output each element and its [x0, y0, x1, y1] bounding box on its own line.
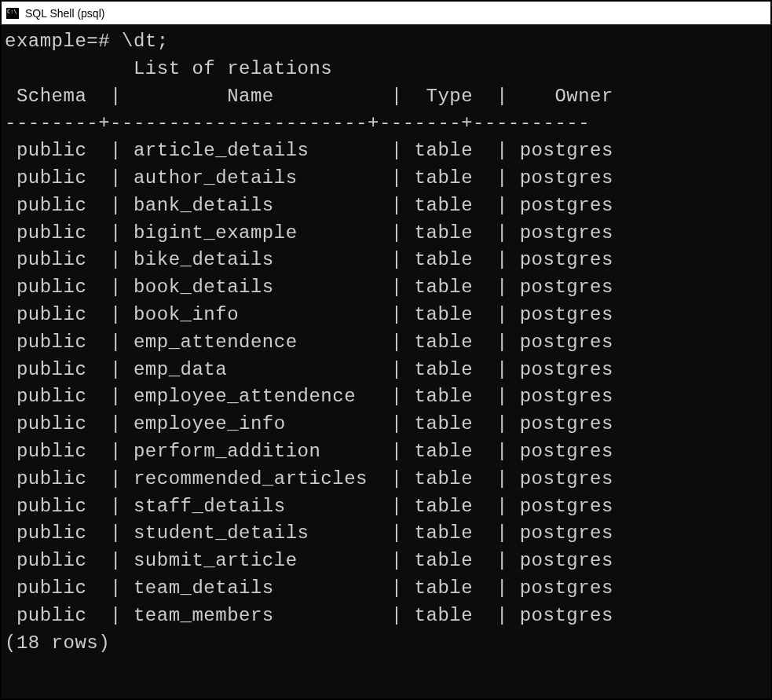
table-row: public | bank_details | table | postgres [5, 192, 767, 220]
table-row: public | bigint_example | table | postgr… [5, 220, 767, 247]
row-count: (18 rows) [5, 630, 767, 658]
table-row: public | student_details | table | postg… [5, 520, 767, 548]
table-row: public | submit_article | table | postgr… [5, 548, 767, 575]
table-row: public | emp_attendence | table | postgr… [5, 329, 767, 357]
terminal-output[interactable]: example=# \dt; List of relations Schema … [2, 25, 770, 698]
table-row: public | bike_details | table | postgres [5, 247, 767, 274]
table-separator: --------+----------------------+-------+… [5, 110, 767, 137]
table-row: public | team_details | table | postgres [5, 575, 767, 603]
table-row: public | perform_addition | table | post… [5, 438, 767, 466]
table-row: public | book_info | table | postgres [5, 302, 767, 329]
table-row: public | article_details | table | postg… [5, 137, 767, 165]
table-row: public | emp_data | table | postgres [5, 357, 767, 384]
list-title: List of relations [5, 56, 767, 83]
table-row: public | team_members | table | postgres [5, 603, 767, 630]
table-row: public | staff_details | table | postgre… [5, 493, 767, 521]
titlebar: SQL Shell (psql) [2, 2, 770, 25]
table-row: public | book_details | table | postgres [5, 274, 767, 302]
table-row: public | employee_attendence | table | p… [5, 383, 767, 411]
window-title: SQL Shell (psql) [25, 7, 104, 20]
terminal-icon [6, 8, 19, 19]
prompt-line: example=# \dt; [5, 28, 767, 56]
table-row: public | employee_info | table | postgre… [5, 411, 767, 438]
table-row: public | author_details | table | postgr… [5, 165, 767, 192]
table-row: public | recommended_articles | table | … [5, 466, 767, 493]
table-header: Schema | Name | Type | Owner [5, 83, 767, 111]
